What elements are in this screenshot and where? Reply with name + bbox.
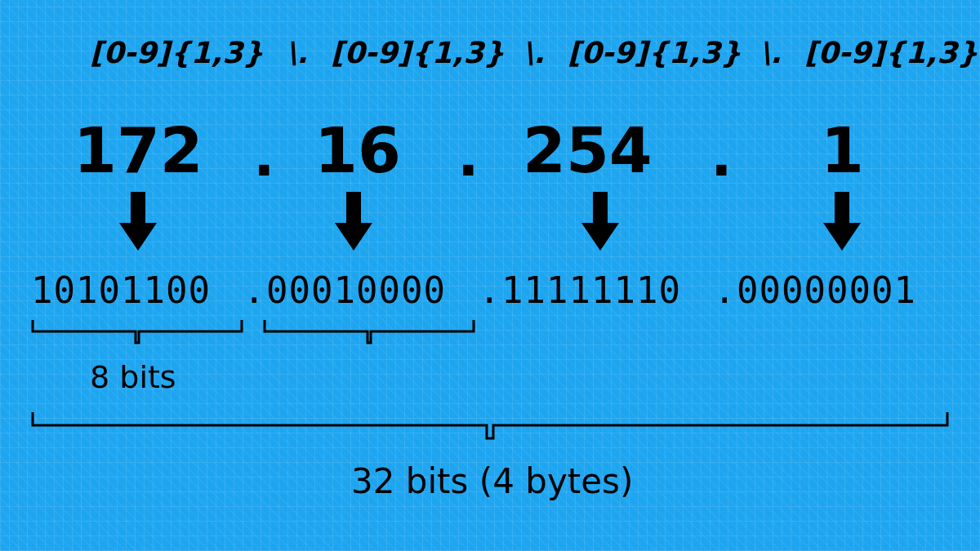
arrow-down-icon [119,192,157,251]
svg-rect-2 [346,192,361,224]
octet-1: 172 [74,114,203,187]
octet-dot-1: . [253,122,275,189]
label-8-bits: 8 bits [90,359,176,395]
arrow-down-icon [823,192,861,251]
regex-group-2: [0-9]{1,3} [331,36,505,69]
binary-octet-2: 00010000 [266,269,446,311]
svg-rect-6 [835,192,849,224]
svg-marker-7 [823,223,861,251]
regex-group-4: [0-9]{1,3} [804,36,978,69]
regex-group-3: [0-9]{1,3} [568,36,742,69]
binary-octet-3: 11111110 [501,269,681,311]
octet-dot-2: . [457,122,479,189]
regex-group-1: [0-9]{1,3} [90,36,264,69]
svg-rect-0 [131,192,145,224]
bracket-32bits [31,412,949,455]
binary-octet-1: 10101100 [31,269,211,311]
arrow-down-icon [335,192,372,251]
svg-marker-3 [335,223,372,251]
regex-sep-3: \. [760,36,782,69]
octet-4: 1 [821,114,864,187]
octet-dot-3: . [710,122,733,189]
octet-3: 254 [523,114,653,187]
label-32-bits: 32 bits (4 bytes) [351,461,633,501]
regex-sep-1: \. [286,36,308,69]
binary-dot-1: . [243,269,266,311]
svg-marker-5 [581,223,619,251]
octet-2: 16 [314,114,401,187]
binary-dot-2: . [479,269,501,311]
arrow-down-icon [581,192,619,251]
bracket-8bits-1 [31,320,243,359]
regex-sep-2: \. [523,36,545,69]
binary-octet-4: 00000001 [737,269,916,311]
svg-marker-1 [119,223,157,251]
binary-dot-3: . [714,269,737,311]
svg-rect-4 [593,192,608,224]
bracket-8bits-2 [263,320,475,359]
